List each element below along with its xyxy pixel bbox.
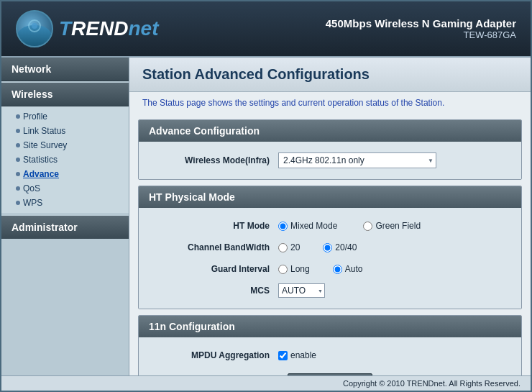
sidebar-item-network[interactable]: Network (1, 58, 129, 81)
sidebar-item-advance[interactable]: Advance (1, 167, 129, 181)
advance-config-header: Advance Configuration (139, 120, 521, 142)
bullet-icon (16, 158, 20, 162)
bw2040-radio[interactable] (323, 243, 332, 252)
bullet-icon (16, 143, 20, 147)
sidebar-item-statistics[interactable]: Statistics (1, 152, 129, 167)
ht-mode-control: Mixed Mode Green Field (278, 221, 511, 231)
long-label: Long (290, 264, 310, 274)
sidebar: Network Wireless Profile Link Status Si (1, 58, 129, 375)
bullet-icon (16, 186, 20, 191)
guard-interval-control: Long Auto (278, 264, 511, 274)
bw2040-option[interactable]: 20/40 (323, 242, 357, 252)
product-name: 450Mbps Wireless N Gaming Adapter (326, 17, 516, 29)
mixed-mode-option[interactable]: Mixed Mode (278, 221, 337, 231)
11n-config-section: 11n Configuration MPDU Aggregation enabl… (138, 315, 522, 375)
auto-option[interactable]: Auto (333, 264, 363, 274)
sidebar-item-qos[interactable]: QoS (1, 181, 129, 196)
sidebar-item-wireless[interactable]: Wireless (1, 83, 129, 106)
logo-icon (16, 10, 53, 47)
product-model: TEW-687GA (326, 29, 516, 40)
ht-physical-mode-section: HT Physical Mode HT Mode Mixed Mode (138, 186, 522, 309)
mixed-mode-radio[interactable] (278, 222, 288, 231)
bullet-icon (16, 201, 20, 205)
mcs-control: AUTO 0 1 2 3 4 5 6 7 (278, 283, 511, 298)
nav-section-wireless: Wireless Profile Link Status Site Survey (1, 83, 129, 213)
ht-physical-mode-header: HT Physical Mode (139, 186, 521, 208)
svg-point-1 (32, 23, 37, 29)
mpdu-row: MPDU Aggregation enable (139, 345, 521, 366)
bullet-icon (16, 114, 20, 119)
long-radio[interactable] (278, 265, 288, 274)
product-info: 450Mbps Wireless N Gaming Adapter TEW-68… (326, 17, 516, 40)
footer: Copyright © 2010 TRENDnet. All Rights Re… (1, 375, 531, 391)
bw20-label: 20 (290, 242, 300, 252)
green-field-label: Green Field (375, 221, 421, 231)
auto-radio[interactable] (333, 265, 342, 274)
bullet-icon (16, 172, 20, 176)
wireless-mode-select[interactable]: 2.4GHz 802.11n only 2.4GHz 802.11b/g/n 2… (278, 152, 436, 168)
auto-label: Auto (345, 264, 363, 274)
mpdu-control: enable (278, 350, 511, 360)
wireless-mode-label: Wireless Mode(Infra) (149, 155, 278, 165)
bw20-radio[interactable] (278, 243, 288, 252)
nav-section-administrator: Administrator (1, 216, 129, 239)
guard-interval-row: Guard Interval Long Auto (139, 258, 521, 280)
button-row: Apply (139, 366, 521, 375)
status-text: The Status page shows the settings and c… (129, 92, 531, 114)
ht-physical-mode-body: HT Mode Mixed Mode Green Field (139, 208, 521, 309)
11n-config-header: 11n Configuration (139, 316, 521, 337)
sidebar-item-link-status[interactable]: Link Status (1, 124, 129, 138)
nav-section-network: Network (1, 58, 129, 81)
content-area: Station Advanced Configurations The Stat… (129, 58, 531, 375)
wireless-submenu: Profile Link Status Site Survey Statisti… (1, 106, 129, 213)
bw2040-label: 20/40 (335, 242, 357, 252)
page-title: Station Advanced Configurations (129, 58, 531, 92)
mpdu-label: MPDU Aggregation (149, 350, 278, 360)
mcs-select[interactable]: AUTO 0 1 2 3 4 5 6 7 (278, 283, 325, 298)
channel-bw-label: Channel BandWidth (149, 242, 278, 252)
main-area: Network Wireless Profile Link Status Si (1, 58, 531, 375)
11n-config-body: MPDU Aggregation enable Apply (139, 337, 521, 375)
wireless-mode-row: Wireless Mode(Infra) 2.4GHz 802.11n only… (139, 149, 521, 172)
header: TRENDnet 450Mbps Wireless N Gaming Adapt… (1, 1, 531, 58)
sidebar-item-administrator[interactable]: Administrator (1, 216, 129, 239)
logo-area: TRENDnet (16, 10, 158, 47)
advance-config-section: Advance Configuration Wireless Mode(Infr… (138, 119, 522, 180)
sidebar-item-site-survey[interactable]: Site Survey (1, 138, 129, 152)
mpdu-enable-checkbox[interactable] (278, 351, 288, 360)
ht-mode-label: HT Mode (149, 221, 278, 231)
wireless-mode-select-wrapper: 2.4GHz 802.11n only 2.4GHz 802.11b/g/n 2… (278, 152, 436, 168)
mpdu-enable-label: enable (290, 350, 316, 360)
mcs-label: MCS (149, 286, 278, 296)
advance-config-body: Wireless Mode(Infra) 2.4GHz 802.11n only… (139, 142, 521, 179)
guard-interval-label: Guard Interval (149, 264, 278, 274)
green-field-radio[interactable] (363, 222, 372, 231)
green-field-option[interactable]: Green Field (363, 221, 421, 231)
brand-name: TRENDnet (59, 17, 158, 40)
ht-mode-row: HT Mode Mixed Mode Green Field (139, 215, 521, 237)
mpdu-enable-option[interactable]: enable (278, 350, 316, 360)
channel-bw-row: Channel BandWidth 20 20/40 (139, 237, 521, 258)
copyright-text: Copyright © 2010 TRENDnet. All Rights Re… (343, 379, 520, 388)
mixed-mode-label: Mixed Mode (290, 221, 337, 231)
bullet-icon (16, 129, 20, 133)
channel-bw-control: 20 20/40 (278, 242, 511, 252)
sidebar-item-profile[interactable]: Profile (1, 109, 129, 124)
bw20-option[interactable]: 20 (278, 242, 300, 252)
long-option[interactable]: Long (278, 264, 310, 274)
mcs-select-wrapper: AUTO 0 1 2 3 4 5 6 7 (278, 283, 325, 298)
sidebar-item-wps[interactable]: WPS (1, 196, 129, 210)
wireless-mode-control: 2.4GHz 802.11n only 2.4GHz 802.11b/g/n 2… (278, 152, 511, 168)
mcs-row: MCS AUTO 0 1 2 3 4 5 (139, 280, 521, 301)
